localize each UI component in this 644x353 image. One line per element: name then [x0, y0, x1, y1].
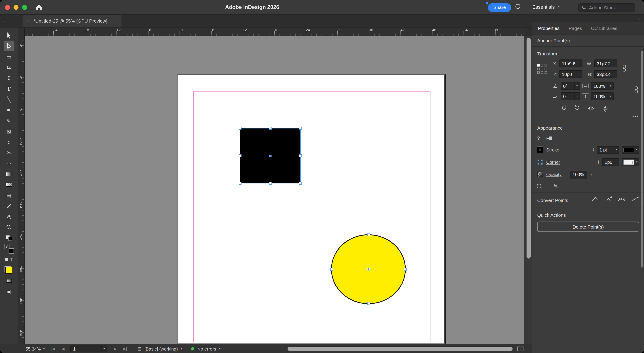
zoom-window-button[interactable] — [22, 5, 27, 10]
apply-gradient-swatch[interactable] — [4, 275, 14, 286]
more-options-button[interactable]: ••• — [633, 114, 639, 118]
delete-points-button[interactable]: Delete Point(s) — [537, 222, 639, 232]
content-collector-tool[interactable]: ↧ — [4, 73, 14, 83]
spread-view-icon[interactable] — [517, 346, 524, 352]
constrain-dimensions-icon[interactable] — [622, 64, 626, 73]
pencil-tool[interactable]: ✎ — [4, 115, 14, 126]
vertical-scrollbar-track[interactable] — [524, 36, 532, 344]
anchor-point[interactable] — [367, 302, 370, 305]
corner-link[interactable]: Corner — [546, 160, 570, 164]
center-point[interactable] — [367, 268, 370, 270]
document-tab[interactable]: × *Untitled-25 @ 55% [GPU Preview] — [22, 15, 122, 27]
scale-x-select[interactable]: 100%▾ — [591, 82, 614, 90]
flip-vertical-icon[interactable] — [601, 105, 608, 112]
selection-handle[interactable] — [238, 127, 242, 130]
corner-style-select[interactable]: ▾ — [622, 158, 639, 166]
width-input[interactable]: 31p7.2 — [594, 59, 618, 67]
minimize-window-button[interactable] — [14, 5, 18, 10]
free-transform-tool[interactable]: ▱ — [4, 158, 14, 169]
eyedropper-tool[interactable] — [4, 201, 14, 211]
gradient-swatch-tool[interactable] — [4, 169, 14, 179]
default-fill-stroke[interactable] — [4, 233, 14, 243]
formatting-toggles[interactable]: T — [4, 254, 14, 265]
zoom-level-select[interactable]: 55.34% ▾ — [26, 346, 45, 351]
fill-row[interactable]: ? Fill — [532, 133, 644, 144]
selection-handle[interactable] — [299, 154, 302, 157]
anchor-point[interactable] — [330, 268, 333, 271]
page-number-select[interactable]: 1 ▾ — [70, 346, 107, 352]
height-input[interactable]: 33p8.4 — [594, 70, 618, 78]
selection-handle[interactable] — [269, 182, 272, 185]
selection-handle[interactable] — [299, 182, 302, 185]
stroke-link[interactable]: Stroke — [546, 147, 570, 152]
gap-tool[interactable]: ⇆ — [4, 62, 14, 73]
pen-tool[interactable]: ✒ — [4, 105, 14, 115]
opacity-link[interactable]: Opacity — [546, 172, 570, 177]
corner-radius-stepper[interactable]: ▲▼ — [598, 160, 600, 164]
selection-handle[interactable] — [238, 182, 242, 185]
ruler-corner[interactable] — [18, 27, 24, 36]
panel-tab-pages[interactable]: Pages — [569, 26, 582, 31]
close-window-button[interactable] — [5, 5, 10, 10]
y-position-input[interactable]: 10p0 — [560, 70, 582, 78]
ellipse-tool[interactable]: ○ — [4, 137, 14, 147]
panel-tab-cc-libraries[interactable]: CC Libraries — [591, 26, 617, 31]
collapse-panel-icon[interactable]: » — [638, 16, 641, 20]
hand-tool[interactable] — [4, 211, 14, 222]
opacity-input[interactable]: 100% — [570, 170, 587, 178]
screen-mode[interactable]: ▣ — [4, 286, 14, 297]
flip-horizontal-icon[interactable] — [588, 105, 594, 112]
rectangle-frame-tool[interactable]: ⊠ — [4, 126, 14, 137]
lightbulb-icon[interactable] — [514, 3, 521, 13]
black-rectangle-object[interactable] — [240, 128, 301, 183]
rotate-counterclockwise-icon[interactable] — [574, 105, 580, 112]
scale-y-select[interactable]: 100%▾ — [591, 92, 614, 100]
line-tool[interactable]: ╲ — [4, 94, 14, 105]
adobe-stock-search-input[interactable]: Adobe Stock — [578, 3, 635, 12]
stroke-weight-select[interactable]: 1 pt▾ — [597, 146, 620, 154]
stroke-swatch-icon[interactable] — [537, 147, 543, 153]
page-tool[interactable]: ▭ — [4, 51, 14, 62]
fill-swatch-mixed-icon[interactable]: ? — [537, 135, 540, 141]
preflight-status-menu[interactable]: No errors ▾ — [191, 346, 220, 351]
convert-to-smooth-point-icon[interactable] — [618, 196, 626, 204]
anchor-point[interactable] — [367, 234, 370, 236]
apply-color-swatch[interactable] — [4, 265, 14, 276]
yellow-ellipse-object[interactable] — [331, 234, 406, 304]
x-position-input[interactable]: 11p9.6 — [560, 59, 582, 67]
type-tool[interactable]: T — [4, 83, 14, 94]
reference-point-locator[interactable] — [537, 64, 547, 74]
close-tab-icon[interactable]: × — [27, 18, 30, 23]
opacity-expand-icon[interactable]: › — [590, 172, 592, 177]
vertical-scrollbar[interactable] — [526, 38, 531, 259]
previous-page-button[interactable]: ◀ — [62, 347, 64, 351]
selection-handle[interactable] — [299, 127, 302, 130]
next-page-button[interactable]: ▶ — [114, 347, 117, 351]
gradient-feather-tool[interactable] — [4, 179, 14, 190]
panel-scrollbar[interactable] — [641, 51, 643, 268]
stroke-weight-stepper[interactable]: ▲▼ — [592, 148, 594, 152]
stroke-color-select[interactable]: ▾ — [622, 146, 639, 154]
scissors-tool[interactable]: ✂ — [4, 147, 14, 158]
effects-icon[interactable]: fx. — [554, 183, 558, 188]
anchor-point[interactable] — [404, 268, 407, 271]
selection-tool[interactable] — [4, 30, 14, 41]
shear-angle-select[interactable]: 0°▾ — [560, 92, 580, 100]
expand-tabs-icon[interactable]: » — [3, 18, 6, 22]
last-page-button[interactable]: ▶| — [123, 347, 127, 351]
frame-fitting-options-icon[interactable]: . — [537, 183, 546, 188]
note-tool[interactable]: ▤ — [4, 190, 14, 201]
vertical-ruler[interactable]: 60612182430364248 — [18, 36, 24, 344]
workspace-switcher[interactable]: Essentials ▾ — [532, 4, 560, 10]
rotation-angle-select[interactable]: 0°▾ — [560, 82, 580, 90]
convert-to-line-end-icon[interactable] — [630, 196, 639, 204]
center-point[interactable] — [269, 155, 272, 157]
selection-handle[interactable] — [269, 127, 272, 130]
share-button[interactable]: Share — [488, 3, 511, 12]
rotate-clockwise-icon[interactable] — [561, 105, 567, 112]
direct-selection-tool[interactable] — [4, 41, 14, 51]
selection-handle[interactable] — [238, 154, 242, 157]
convert-to-corner-point-icon[interactable] — [591, 196, 600, 204]
panel-tab-properties[interactable]: Properties — [538, 26, 560, 31]
zoom-tool[interactable] — [4, 222, 14, 233]
